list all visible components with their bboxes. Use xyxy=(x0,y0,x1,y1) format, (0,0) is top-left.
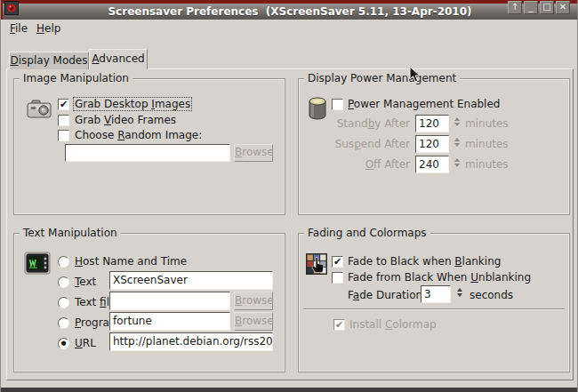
window-title: Screensaver Preferences (XScreenSaver 5.… xyxy=(1,4,578,20)
power-management-enabled-label[interactable]: Power Management Enabled xyxy=(348,98,500,111)
mouse-cursor-icon xyxy=(409,66,421,84)
colormap-hand-icon xyxy=(305,252,328,276)
install-colormap-checkbox[interactable]: ✔ xyxy=(333,319,345,331)
maximize-button[interactable]: □ xyxy=(540,1,554,14)
minimize-icon: _ xyxy=(529,2,534,12)
fade-duration-label: Fade Duration xyxy=(348,289,422,302)
grab-video-frames-label[interactable]: Grab Video Frames xyxy=(75,114,176,127)
text-label[interactable]: Text xyxy=(75,276,96,289)
camera-icon xyxy=(26,98,52,120)
off-after-spinbox[interactable]: 240 xyxy=(415,156,449,173)
fade-from-black-checkbox[interactable] xyxy=(332,272,343,284)
program-radio[interactable] xyxy=(58,317,69,329)
fade-to-black-label[interactable]: Fade to Black when Blanking xyxy=(348,255,501,268)
host-name-radio[interactable] xyxy=(58,256,69,268)
text-file-browse-button[interactable]: Browse xyxy=(234,292,273,310)
menu-file[interactable]: File xyxy=(10,22,28,36)
tab-display-modes[interactable]: Display Modes xyxy=(9,52,89,69)
tv-text-icon xyxy=(24,252,51,275)
standby-spinner-arrows-icon[interactable] xyxy=(453,117,462,126)
titlebar[interactable]: Screensaver Preferences (XScreenSaver 5.… xyxy=(1,0,578,20)
suspend-after-spinbox[interactable]: 120 xyxy=(415,135,449,153)
standby-after-spinbox[interactable]: 120 xyxy=(415,115,449,132)
standby-minutes-label: minutes xyxy=(465,117,509,131)
maximize-icon: □ xyxy=(542,2,550,12)
shade-button[interactable]: ↑ xyxy=(508,1,522,14)
power-management-enabled-checkbox[interactable] xyxy=(332,99,343,110)
fade-to-black-checkbox[interactable]: ✔ xyxy=(332,256,343,268)
suspend-minutes-label: minutes xyxy=(465,138,509,151)
choose-random-image-label[interactable]: Choose Random Image: xyxy=(75,129,202,142)
url-input[interactable]: http://planet.debian.org/rss20.xn xyxy=(109,332,273,351)
url-label[interactable]: URL xyxy=(75,337,96,350)
url-radio[interactable]: ● xyxy=(58,338,69,349)
fade-duration-spinner-arrows-icon[interactable] xyxy=(455,288,464,297)
close-icon: ✕ xyxy=(559,2,566,12)
text-file-radio[interactable] xyxy=(58,297,69,308)
suspend-spinner-arrows-icon[interactable] xyxy=(453,138,462,147)
menu-help[interactable]: Help xyxy=(36,22,60,36)
shade-icon: ↑ xyxy=(511,2,518,12)
off-spinner-arrows-icon[interactable] xyxy=(453,158,462,167)
host-name-label[interactable]: Host Name and Time xyxy=(75,255,187,268)
choose-random-image-checkbox[interactable] xyxy=(58,130,69,141)
grab-desktop-images-label[interactable]: Grab Desktop Images xyxy=(74,98,191,111)
fading-colormaps-title: Fading and Colormaps xyxy=(304,227,430,240)
xscreensaver-preferences-window: Screensaver Preferences (XScreenSaver 5.… xyxy=(0,0,578,392)
fade-from-black-label[interactable]: Fade from Black When Unblanking xyxy=(348,271,531,284)
image-browse-button[interactable]: Browse xyxy=(234,144,273,162)
grab-video-frames-checkbox[interactable] xyxy=(58,115,69,126)
fading-separator xyxy=(303,308,565,310)
text-file-input[interactable] xyxy=(109,292,230,310)
fade-duration-spinbox[interactable]: 3 xyxy=(421,285,451,303)
program-input[interactable]: fortune xyxy=(109,312,230,331)
image-directory-input[interactable] xyxy=(65,144,230,162)
text-radio[interactable] xyxy=(58,276,69,288)
off-after-label: Off After xyxy=(321,158,410,172)
text-input[interactable]: XScreenSaver xyxy=(109,271,273,290)
window-bottom-edge xyxy=(1,388,578,392)
power-management-title: Display Power Management xyxy=(304,72,460,85)
text-manipulation-title: Text Manipulation xyxy=(20,227,121,240)
minimize-button[interactable]: _ xyxy=(524,1,538,14)
install-colormap-label: Install Colormap xyxy=(349,318,437,332)
fade-duration-seconds-label: seconds xyxy=(470,289,513,302)
off-minutes-label: minutes xyxy=(465,158,509,172)
close-button[interactable]: ✕ xyxy=(556,1,570,14)
program-browse-button[interactable]: Browse xyxy=(234,312,273,331)
image-manipulation-title: Image Manipulation xyxy=(20,72,132,85)
suspend-after-label: Suspend After xyxy=(321,138,410,151)
grab-desktop-images-checkbox[interactable]: ✔ xyxy=(58,99,69,110)
standby-after-label: Standby After xyxy=(321,117,410,131)
tab-advanced[interactable]: Advanced xyxy=(89,49,148,69)
